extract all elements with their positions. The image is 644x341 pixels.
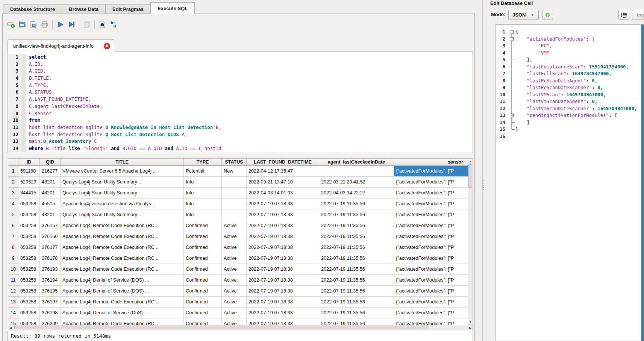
table-cell[interactable]: 2022-07-19 11:35:56 (319, 253, 394, 264)
table-cell[interactable]: 376209 (40, 318, 61, 325)
column-header[interactable]: agent_lastCheckedInDate (319, 158, 394, 166)
table-cell[interactable]: Qualys Log4j Scan Utility Summary ... (61, 188, 184, 199)
table-cell[interactable]: Active (222, 231, 247, 242)
table-cell[interactable]: 053258 (18, 318, 40, 325)
table-cell[interactable]: 2022-07-19 07:18:38 (247, 297, 319, 308)
column-header[interactable]: TYPE (184, 158, 222, 166)
table-cell[interactable]: Confirmed (184, 308, 222, 318)
table-cell[interactable]: {"activatedForModules": ["P (394, 264, 468, 275)
tab-database-structure[interactable]: Database Structure (3, 4, 62, 14)
table-cell[interactable]: 2022-07-19 07:18:38 (247, 220, 319, 231)
table-cell[interactable]: New (222, 166, 247, 177)
table-cell[interactable]: {"activatedForModules": ["P (394, 177, 468, 188)
column-header[interactable]: QID (40, 158, 61, 166)
table-cell[interactable]: Apache Log4j Remote Code Execution (RC..… (61, 264, 184, 275)
table-cell[interactable]: Apache Log4j Remote Code Execution (RC..… (61, 220, 184, 231)
row-number-cell[interactable]: 2 (8, 177, 18, 188)
table-cell[interactable]: 48201 (40, 209, 61, 220)
table-cell[interactable]: Active (222, 286, 247, 297)
table-cell[interactable]: 376198 (40, 308, 61, 318)
table-cell[interactable]: {"activatedForModules": ["P (394, 231, 468, 242)
row-number-cell[interactable]: 12 (8, 286, 18, 297)
scroll-right-icon[interactable]: ▶ (468, 325, 473, 330)
table-cell[interactable]: 053258 (18, 264, 40, 275)
table-cell[interactable]: 2022-07-19 07:18:38 (247, 264, 319, 275)
table-cell[interactable]: 591180 (18, 166, 40, 177)
table-cell[interactable]: 053258 (18, 209, 40, 220)
table-cell[interactable]: 2022-07-19 11:35:56 (319, 318, 394, 325)
apply-cell-button[interactable]: ♻ (542, 10, 553, 20)
table-cell[interactable]: 053258 (18, 253, 40, 264)
column-header[interactable]: STATUS (222, 158, 247, 166)
column-header[interactable] (8, 158, 18, 166)
row-number-cell[interactable]: 15 (8, 318, 18, 325)
table-cell[interactable]: 376193 (40, 264, 61, 275)
table-cell[interactable]: 520529 (18, 177, 40, 188)
row-number-cell[interactable]: 5 (8, 209, 18, 220)
table-cell[interactable]: Active (222, 297, 247, 308)
table-cell[interactable]: 2022-07-19 11:35:56 (319, 209, 394, 220)
row-number-cell[interactable]: 9 (8, 253, 18, 264)
table-cell[interactable]: 2022-03-21 20:41:52 (319, 177, 394, 188)
table-cell[interactable]: Confirmed (184, 253, 222, 264)
row-number-cell[interactable]: 13 (8, 297, 18, 308)
table-cell[interactable]: 2022-07-19 07:18:38 (247, 242, 319, 253)
table-cell[interactable]: 344415 (18, 188, 40, 199)
scroll-down-icon[interactable]: ▼ (468, 319, 473, 324)
sql-editor[interactable]: 1select2A.ID,3A.QID,4B.TITLE,5A.TYPE,6A.… (8, 52, 473, 153)
table-cell[interactable]: Active (222, 264, 247, 275)
table-cell[interactable]: Confirmed (184, 220, 222, 231)
table-cell[interactable]: {"activatedForModules": ["P (394, 166, 468, 177)
table-cell[interactable]: Confirmed (184, 231, 222, 242)
print-button[interactable] (39, 19, 50, 30)
table-cell[interactable]: {"activatedForModules": ["P (394, 242, 468, 253)
query-tab[interactable]: unified-view-find-log4j-and-agent-info ✕ (8, 39, 114, 52)
vscroll-thumb[interactable] (468, 164, 472, 188)
table-cell[interactable]: Qualys Log4j Scan Utility Summary ... (61, 209, 184, 220)
table-cell[interactable]: 053258 (18, 297, 40, 308)
table-cell[interactable]: Apache Log4j Remote Code Execution (RC..… (61, 297, 184, 308)
table-cell[interactable]: Active (222, 275, 247, 286)
table-cell[interactable]: 053258 (18, 220, 40, 231)
table-cell[interactable]: Active (222, 318, 247, 325)
table-cell[interactable]: Confirmed (184, 318, 222, 325)
table-cell[interactable] (319, 166, 394, 177)
word-wrap-button[interactable] (618, 10, 629, 20)
scroll-up-icon[interactable]: ▲ (468, 159, 473, 164)
table-cell[interactable]: Confirmed (184, 286, 222, 297)
table-cell[interactable]: {"activatedForModules": ["P (394, 308, 468, 318)
dock-splitter[interactable] (482, 0, 483, 341)
table-cell[interactable]: Info (184, 177, 222, 188)
close-tab-icon[interactable]: ✕ (104, 43, 110, 49)
table-cell[interactable]: 48201 (40, 177, 61, 188)
table-cell[interactable]: 2022-04-03 14:01:03 (247, 188, 319, 199)
table-cell[interactable]: Info (184, 199, 222, 209)
table-cell[interactable]: 2022-07-19 07:18:38 (247, 253, 319, 264)
table-cell[interactable]: 2022-07-19 11:35:56 (319, 199, 394, 209)
table-cell[interactable]: 2022-07-19 07:18:38 (247, 231, 319, 242)
import-button[interactable]: Imp (632, 10, 644, 20)
save-sql-file-button[interactable] (28, 19, 39, 30)
row-number-cell[interactable]: 8 (8, 242, 18, 253)
table-cell[interactable]: 053258 (18, 231, 40, 242)
hscroll-thumb[interactable] (14, 326, 429, 329)
table-cell[interactable]: 2022-07-19 11:35:56 (319, 275, 394, 286)
table-cell[interactable] (222, 188, 247, 199)
tab-execute-sql[interactable]: Execute SQL (150, 2, 195, 14)
table-cell[interactable]: 376157 (40, 220, 61, 231)
table-cell[interactable]: Active (222, 220, 247, 231)
table-cell[interactable]: Confirmed (184, 275, 222, 286)
table-cell[interactable] (222, 199, 247, 209)
table-cell[interactable]: Active (222, 308, 247, 318)
table-cell[interactable]: 2022-04-12 17:35:47 (247, 166, 319, 177)
table-cell[interactable]: 216277 (40, 166, 61, 177)
table-cell[interactable]: {"activatedForModules": ["P (394, 253, 468, 264)
row-number-cell[interactable]: 10 (8, 264, 18, 275)
table-cell[interactable]: 053258 (18, 275, 40, 286)
tab-edit-pragmas[interactable]: Edit Pragmas (105, 4, 150, 14)
row-number-cell[interactable]: 4 (8, 199, 18, 209)
table-cell[interactable]: 2022-07-19 11:35:56 (319, 297, 394, 308)
table-cell[interactable]: 2022-07-19 07:18:38 (247, 209, 319, 220)
table-cell[interactable]: Apache Log4j Denial of Service (DOS) ... (61, 275, 184, 286)
row-number-cell[interactable]: 7 (8, 231, 18, 242)
